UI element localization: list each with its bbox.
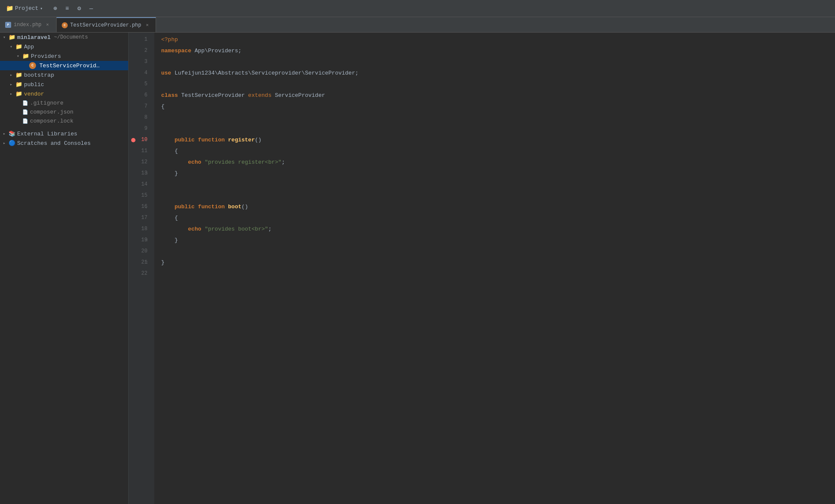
sidebar-item-scratches[interactable]: 🔵 Scratches and Consoles xyxy=(0,138,128,148)
add-icon[interactable]: ⊕ xyxy=(51,4,60,13)
gutter-line-12: 12 xyxy=(129,157,151,168)
gutter-line-9: 9 xyxy=(129,123,151,135)
php-icon: P xyxy=(5,22,11,28)
code-line-7[interactable]: { xyxy=(154,101,835,112)
code-line-8[interactable] xyxy=(154,112,835,123)
code-line-20[interactable] xyxy=(154,246,835,257)
fold-arrow-21[interactable]: □ xyxy=(145,259,147,266)
sidebar-item-public[interactable]: 📁 public xyxy=(0,80,128,89)
code-content[interactable]: <?phpnamespace App\Providers; use Lufeij… xyxy=(154,33,835,504)
sidebar-item-composer-lock[interactable]: 📄 composer.lock xyxy=(0,117,128,126)
tab-testserviceprovider[interactable]: C TestServiceProvider.php × xyxy=(57,17,156,32)
sidebar-label-public: public xyxy=(24,81,44,88)
gutter-line-6: 6 xyxy=(129,90,151,101)
breakpoint-dot xyxy=(131,138,135,142)
code-line-16[interactable]: public function boot() xyxy=(154,201,835,213)
gutter-line-7: 7 xyxy=(129,101,151,112)
code-line-14[interactable] xyxy=(154,179,835,190)
line-numbers-gutter: 123456789⌄101112□131415⌄161718□1920□2122 xyxy=(129,33,154,504)
code-line-19[interactable]: } xyxy=(154,235,835,246)
sidebar-item-minlaravel[interactable]: 📁 minlaravel ~/Documents xyxy=(0,33,128,42)
sidebar-item-gitignore[interactable]: 📄 .gitignore xyxy=(0,99,128,108)
code-line-4[interactable]: use Lufeijun1234\Abstracts\Serviceprovid… xyxy=(154,68,835,79)
gutter-line-5: 5 xyxy=(129,79,151,90)
folder-app-icon: 📁 xyxy=(15,43,22,50)
ext-libs-icon: 📚 xyxy=(9,130,15,137)
code-line-11[interactable]: { xyxy=(154,146,835,157)
code-line-2[interactable]: namespace App\Providers; xyxy=(154,45,835,57)
sidebar-label-testservice: TestServiceProvid… xyxy=(39,63,99,69)
sidebar-item-app[interactable]: 📁 App xyxy=(0,42,128,51)
sidebar-item-providers[interactable]: 📁 Providers xyxy=(0,51,128,61)
c-icon: C xyxy=(62,22,68,28)
project-selector[interactable]: 📁 Project ▾ xyxy=(3,3,45,14)
sidebar-label-vendor: vendor xyxy=(24,91,44,97)
code-line-10[interactable]: public function register() xyxy=(154,135,835,146)
sidebar-item-bootstrap[interactable]: 📁 bootstrap xyxy=(0,70,128,80)
gutter-line-14: 14 xyxy=(129,179,151,190)
arrow-ext-libs xyxy=(2,131,7,136)
layout-icon[interactable]: ≡ xyxy=(63,4,72,13)
code-line-5[interactable] xyxy=(154,79,835,90)
gutter-line-2: 2 xyxy=(129,45,151,57)
tab-label-index: index.php xyxy=(14,22,42,28)
gutter-line-13: □13 xyxy=(129,168,151,179)
minimize-icon[interactable]: — xyxy=(87,4,96,13)
tabs-bar: P index.php × C TestServiceProvider.php … xyxy=(0,17,835,33)
sidebar-path-minlaravel: ~/Documents xyxy=(54,34,88,40)
folder-icon: 📁 xyxy=(6,5,13,12)
gutter-line-11: 11 xyxy=(129,146,151,157)
arrow-providers xyxy=(15,54,21,59)
sidebar-item-vendor[interactable]: 📁 vendor xyxy=(0,89,128,99)
code-line-17[interactable]: { xyxy=(154,213,835,224)
gutter-line-15: 15 xyxy=(129,190,151,201)
gutter-line-22: 22 xyxy=(129,268,151,279)
gutter-line-8: 8 xyxy=(129,112,151,123)
sidebar-label-gitignore: .gitignore xyxy=(30,100,63,106)
code-line-15[interactable] xyxy=(154,190,835,201)
c-file-icon: C xyxy=(29,62,36,69)
sidebar-item-testserviceprovider[interactable]: C TestServiceProvid… xyxy=(0,61,128,70)
main-layout: 📁 minlaravel ~/Documents 📁 App 📁 Provide… xyxy=(0,33,835,504)
dropdown-arrow-icon: ▾ xyxy=(40,6,43,11)
code-line-13[interactable]: } xyxy=(154,168,835,179)
gutter-line-21: □21 xyxy=(129,257,151,268)
sidebar-item-external-libraries[interactable]: 📚 External Libraries xyxy=(0,129,128,138)
folder-minlaravel-icon: 📁 xyxy=(9,34,15,41)
code-line-21[interactable]: } xyxy=(154,257,835,268)
code-line-6[interactable]: class TestServiceProvider extends Servic… xyxy=(154,90,835,101)
settings-icon[interactable]: ⚙ xyxy=(75,4,84,13)
folder-bootstrap-icon: 📁 xyxy=(15,72,22,78)
gutter-line-1: 1 xyxy=(129,34,151,45)
sidebar-label-providers: Providers xyxy=(31,53,61,60)
file-composer-json-icon: 📄 xyxy=(22,109,28,115)
tab-close-index[interactable]: × xyxy=(44,21,51,28)
code-line-22[interactable] xyxy=(154,268,835,279)
top-bar-icons: ⊕ ≡ ⚙ — xyxy=(51,4,96,13)
fold-arrow-16[interactable]: ⌄ xyxy=(145,204,147,210)
sidebar-item-composer-json[interactable]: 📄 composer.json xyxy=(0,108,128,117)
fold-arrow-10[interactable]: ⌄ xyxy=(145,137,147,144)
tab-index-php[interactable]: P index.php × xyxy=(0,17,57,32)
fold-arrow-19[interactable]: □ xyxy=(145,237,147,244)
folder-providers-icon: 📁 xyxy=(22,53,29,60)
sidebar-label-composer-lock: composer.lock xyxy=(30,118,73,124)
code-line-18[interactable]: echo "provides boot<br>"; xyxy=(154,224,835,235)
fold-arrow-13[interactable]: □ xyxy=(145,170,147,177)
code-line-12[interactable]: echo "provides register<br>"; xyxy=(154,157,835,168)
sidebar-label-minlaravel: minlaravel xyxy=(17,34,51,41)
tab-close-testservice[interactable]: × xyxy=(144,22,150,29)
top-bar: 📁 Project ▾ ⊕ ≡ ⚙ — xyxy=(0,0,835,17)
arrow-public xyxy=(9,82,14,87)
arrow-app xyxy=(9,44,14,49)
gutter-line-10: ⌄10 xyxy=(129,135,151,146)
code-line-9[interactable] xyxy=(154,123,835,135)
editor-area: 123456789⌄101112□131415⌄161718□1920□2122… xyxy=(129,33,835,504)
gutter-line-19: □19 xyxy=(129,235,151,246)
scratches-icon: 🔵 xyxy=(9,140,15,147)
sidebar-label-app: App xyxy=(24,44,34,50)
sidebar: 📁 minlaravel ~/Documents 📁 App 📁 Provide… xyxy=(0,33,129,504)
code-line-3[interactable] xyxy=(154,57,835,68)
folder-public-icon: 📁 xyxy=(15,81,22,88)
code-line-1[interactable]: <?php xyxy=(154,34,835,45)
